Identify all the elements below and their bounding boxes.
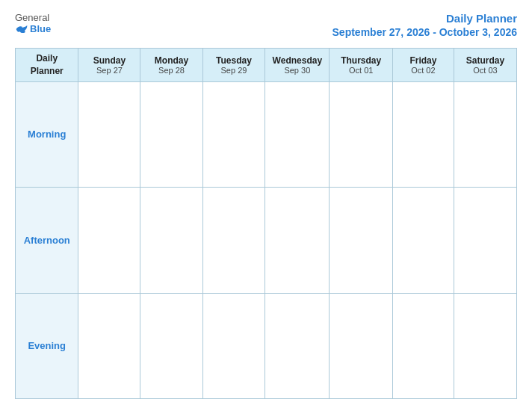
row-evening: Evening <box>16 293 517 398</box>
day-name: Monday <box>143 55 199 66</box>
row-label-morning: Morning <box>16 81 78 187</box>
cell-morning-tue[interactable] <box>202 81 265 187</box>
table-header: Daily Planner Sunday Sep 27 Monday Sep 2… <box>16 49 517 82</box>
cell-evening-sat[interactable] <box>454 293 516 398</box>
cell-evening-thu[interactable] <box>330 293 392 398</box>
col-header-saturday: Saturday Oct 03 <box>454 49 516 82</box>
logo: General Blue <box>15 12 51 34</box>
cell-morning-fri[interactable] <box>392 81 454 187</box>
header-row: Daily Planner Sunday Sep 27 Monday Sep 2… <box>16 49 517 82</box>
label-header-line1: Daily <box>36 53 58 64</box>
cell-morning-sat[interactable] <box>454 81 516 187</box>
col-header-wednesday: Wednesday Sep 30 <box>265 49 330 82</box>
logo-blue-text: Blue <box>15 23 51 34</box>
col-header-thursday: Thursday Oct 01 <box>330 49 392 82</box>
day-date: Oct 02 <box>396 66 451 75</box>
logo-bird-icon <box>15 24 28 34</box>
col-header-sunday: Sunday Sep 27 <box>78 49 140 82</box>
cell-evening-tue[interactable] <box>202 293 265 398</box>
label-header-line2: Planner <box>31 66 64 76</box>
row-morning: Morning <box>16 81 517 187</box>
day-date: Sep 30 <box>268 66 326 75</box>
planner-title: Daily Planner <box>446 12 517 25</box>
col-header-monday: Monday Sep 28 <box>140 49 202 82</box>
cell-afternoon-sat[interactable] <box>454 188 516 293</box>
cell-afternoon-wed[interactable] <box>265 188 330 293</box>
row-afternoon: Afternoon <box>16 188 517 293</box>
cell-evening-wed[interactable] <box>265 293 330 398</box>
date-range: September 27, 2026 - October 3, 2026 <box>332 26 517 38</box>
day-name: Wednesday <box>268 55 326 66</box>
day-date: Sep 27 <box>81 66 137 75</box>
cell-morning-mon[interactable] <box>140 81 202 187</box>
table-body: Morning Afternoon Evening <box>16 81 517 398</box>
cell-morning-wed[interactable] <box>265 81 330 187</box>
day-date: Sep 28 <box>143 66 199 75</box>
day-date: Oct 03 <box>457 66 513 75</box>
row-label-afternoon: Afternoon <box>16 188 78 293</box>
day-date: Sep 29 <box>206 66 262 75</box>
cell-afternoon-mon[interactable] <box>140 188 202 293</box>
title-area: Daily Planner September 27, 2026 - Octob… <box>332 12 517 39</box>
page-header: General Blue Daily Planner September 27,… <box>15 12 517 39</box>
day-name: Friday <box>396 55 451 66</box>
row-label-evening: Evening <box>16 293 78 398</box>
day-name: Tuesday <box>206 55 262 66</box>
col-header-tuesday: Tuesday Sep 29 <box>202 49 265 82</box>
col-header-friday: Friday Oct 02 <box>392 49 454 82</box>
cell-morning-thu[interactable] <box>330 81 392 187</box>
calendar-table: Daily Planner Sunday Sep 27 Monday Sep 2… <box>15 48 517 399</box>
cell-evening-fri[interactable] <box>392 293 454 398</box>
day-name: Sunday <box>81 55 137 66</box>
cell-afternoon-tue[interactable] <box>202 188 265 293</box>
label-column-header: Daily Planner <box>16 49 78 82</box>
cell-afternoon-sun[interactable] <box>78 188 140 293</box>
cell-evening-mon[interactable] <box>140 293 202 398</box>
day-name: Saturday <box>457 55 513 66</box>
cell-evening-sun[interactable] <box>78 293 140 398</box>
logo-general-text: General <box>15 12 49 23</box>
cell-afternoon-thu[interactable] <box>330 188 392 293</box>
cell-afternoon-fri[interactable] <box>392 188 454 293</box>
day-name: Thursday <box>332 55 389 66</box>
cell-morning-sun[interactable] <box>78 81 140 187</box>
day-date: Oct 01 <box>332 66 389 75</box>
